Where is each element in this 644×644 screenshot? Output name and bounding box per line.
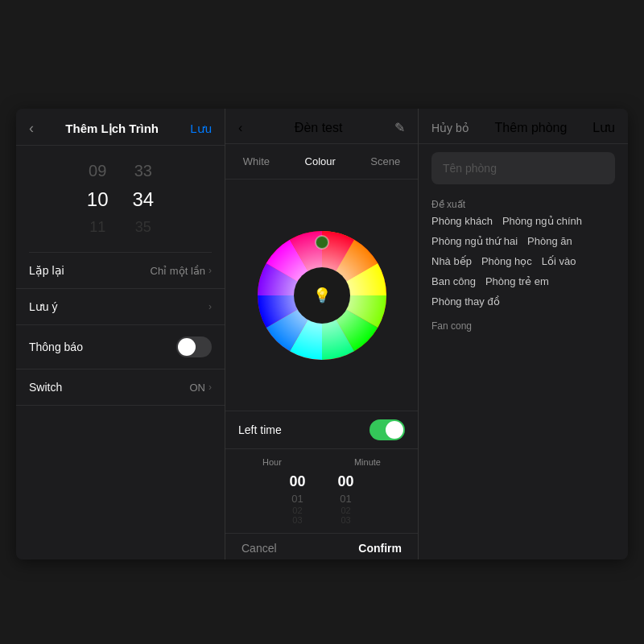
suggestion-row-1: Phòng khách Phòng ngủ chính	[431, 215, 615, 227]
left-time-label: Left time	[238, 423, 282, 436]
svg-point-4	[316, 236, 328, 249]
suggestion-loi-vao[interactable]: Lối vào	[542, 255, 576, 267]
minute-33: 33	[134, 162, 152, 180]
hour-selector-col[interactable]: 00 01 02 03	[289, 472, 305, 525]
lap-lai-row[interactable]: Lặp lại Chỉ một lần ›	[16, 253, 225, 289]
luu-y-label: Lưu ý	[29, 300, 57, 313]
panel1-title: Thêm Lịch Trình	[65, 122, 159, 136]
time-picker: 09 10 11 33 34 35	[16, 146, 225, 252]
switch-row[interactable]: Switch ON ›	[16, 369, 225, 406]
suggestion-grid: Phòng khách Phòng ngủ chính Phòng ngủ th…	[419, 215, 628, 308]
panel1-save-button[interactable]: Lưu	[190, 122, 212, 136]
lap-lai-value: Chỉ một lần ›	[151, 265, 212, 277]
suggestion-row-3: Nhà bếp Phòng học Lối vào	[431, 255, 615, 267]
panel3-cancel-button[interactable]: Hủy bỏ	[431, 122, 469, 134]
de-xuat-label: Đề xuất	[419, 192, 628, 215]
panel-add-room: Hủy bỏ Thêm phòng Lưu Tên phòng Đề xuất …	[419, 109, 628, 559]
tab-bar: White Colour Scene	[225, 144, 418, 180]
suggestion-phong-khach[interactable]: Phòng khách	[431, 215, 493, 227]
minute-02: 02	[341, 506, 350, 515]
color-wheel-container[interactable]: 💡	[225, 180, 418, 411]
panel3-save-button[interactable]: Lưu	[592, 120, 615, 135]
color-wheel[interactable]: 💡	[258, 231, 386, 360]
panel-light: ‹ Đèn test ✎ White Colour Scene	[225, 109, 419, 559]
panel2-edit-icon[interactable]: ✎	[394, 120, 405, 135]
tab-white[interactable]: White	[237, 152, 276, 171]
left-time-toggle[interactable]	[369, 419, 405, 440]
room-name-input[interactable]: Tên phòng	[431, 152, 615, 184]
minute-column[interactable]: 33 34 35	[133, 162, 155, 236]
hour-09: 09	[89, 162, 106, 180]
suggestion-phong-tre-em[interactable]: Phòng trẻ em	[485, 275, 549, 287]
hour-00: 00	[289, 472, 305, 492]
hour-03: 03	[292, 515, 302, 525]
hour-column[interactable]: 09 10 11	[87, 162, 109, 236]
suggestion-phong-thay-do[interactable]: Phòng thay đồ	[431, 295, 500, 308]
switch-value: ON ›	[190, 382, 213, 394]
thong-bao-row: Thông báo	[16, 325, 225, 369]
minute-01: 01	[340, 492, 351, 506]
suggestion-ban-cong[interactable]: Ban công	[431, 275, 476, 287]
minute-35: 35	[135, 219, 151, 236]
hour-01: 01	[291, 492, 303, 506]
btn-row: Cancel Confirm	[225, 533, 418, 559]
time-selector-header: Hour Minute	[225, 457, 418, 467]
time-selector: Hour Minute 00 01 02 03 00 01 02 03	[225, 448, 418, 533]
panel3-title: Thêm phòng	[495, 121, 568, 135]
panel1-back-button[interactable]: ‹	[29, 120, 34, 137]
thong-bao-label: Thông báo	[29, 341, 83, 353]
cancel-button[interactable]: Cancel	[242, 542, 277, 555]
switch-label: Switch	[29, 381, 62, 394]
hour-11: 11	[89, 219, 105, 236]
hour-02: 02	[292, 506, 302, 515]
lap-lai-label: Lặp lại	[29, 264, 64, 277]
panel3-header: Hủy bỏ Thêm phòng Lưu	[419, 109, 628, 144]
left-time-row: Left time	[225, 411, 418, 448]
panel1-header: ‹ Thêm Lịch Trình Lưu	[16, 109, 225, 146]
time-selector-body[interactable]: 00 01 02 03 00 01 02 03	[225, 472, 418, 525]
luu-y-row[interactable]: Lưu ý ›	[16, 289, 225, 325]
panel2-title: Đèn test	[295, 121, 343, 135]
tab-colour[interactable]: Colour	[299, 152, 342, 171]
suggestion-phong-an[interactable]: Phòng ăn	[527, 235, 572, 247]
hour-10: 10	[87, 188, 109, 211]
luu-y-chevron: ›	[208, 301, 212, 312]
minute-selector-col[interactable]: 00 01 02 03	[338, 472, 354, 525]
minute-label: Minute	[354, 457, 381, 467]
tab-scene[interactable]: Scene	[364, 152, 407, 171]
panel2-back-button[interactable]: ‹	[238, 121, 242, 135]
suggestion-phong-hoc[interactable]: Phòng học	[481, 255, 532, 267]
suggestion-phong-ngu-thu-hai[interactable]: Phòng ngủ thứ hai	[431, 235, 518, 247]
confirm-button[interactable]: Confirm	[358, 542, 402, 555]
minute-03: 03	[341, 515, 350, 525]
minute-34: 34	[133, 188, 155, 211]
suggestion-row-2: Phòng ngủ thứ hai Phòng ăn	[431, 235, 615, 247]
suggestion-row-5: Phòng thay đồ	[431, 295, 615, 308]
svg-text:💡: 💡	[313, 287, 332, 304]
fan-cong-label: Fan cong	[419, 314, 628, 338]
suggestion-phong-ngu-chinh[interactable]: Phòng ngủ chính	[502, 215, 582, 227]
minute-00: 00	[338, 472, 354, 492]
suggestion-nha-bep[interactable]: Nhà bếp	[431, 255, 472, 267]
hour-label: Hour	[262, 457, 282, 467]
panel-schedule: ‹ Thêm Lịch Trình Lưu 09 10 11 33 34 35 …	[16, 109, 225, 559]
thong-bao-toggle[interactable]	[176, 336, 212, 357]
suggestion-row-4: Ban công Phòng trẻ em	[431, 275, 615, 287]
panel2-header: ‹ Đèn test ✎	[225, 109, 418, 144]
